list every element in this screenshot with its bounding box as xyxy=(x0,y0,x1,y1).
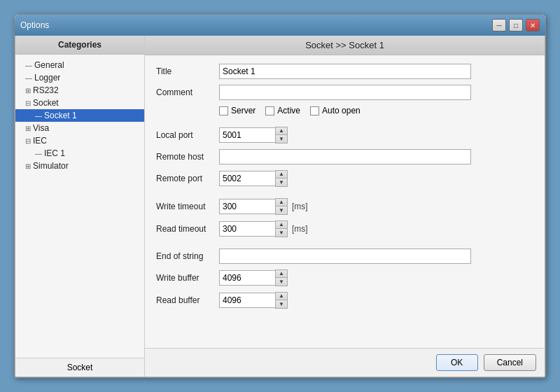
local-port-down-btn[interactable]: ▼ xyxy=(276,135,287,143)
server-checkbox-label: Server xyxy=(231,106,255,115)
bottom-bar: OK Cancel xyxy=(145,348,545,377)
titlebar: Options ─ □ ✕ xyxy=(15,15,545,36)
options-window: Options ─ □ ✕ Categories — General — Log… xyxy=(14,14,546,378)
sidebar-header: Categories xyxy=(15,36,144,55)
sidebar-item-label-visa: Visa xyxy=(33,123,49,133)
sidebar-item-label-socket1: Socket 1 xyxy=(44,111,77,120)
title-input[interactable] xyxy=(219,64,471,79)
auto-open-checkbox-item[interactable]: Auto open xyxy=(310,106,360,115)
sidebar-footer: Socket xyxy=(15,358,144,377)
remote-port-spinbox: ▲ ▼ xyxy=(219,170,288,187)
title-row: Title xyxy=(156,64,533,79)
remote-port-label: Remote port xyxy=(156,174,219,183)
write-timeout-row: Write timeout ▲ ▼ [ms] xyxy=(156,198,533,215)
socket1-spacer-icon: — xyxy=(35,112,42,120)
remote-port-down-btn[interactable]: ▼ xyxy=(276,178,287,186)
sidebar-item-label-rs232: RS232 xyxy=(33,85,59,95)
sidebar-item-label-general: General xyxy=(34,60,64,70)
sidebar-item-label-simulator: Simulator xyxy=(33,161,69,171)
read-timeout-down-btn[interactable]: ▼ xyxy=(276,229,287,237)
remote-host-input[interactable] xyxy=(219,149,471,164)
active-checkbox-box[interactable] xyxy=(265,106,274,115)
sidebar-item-general[interactable]: — General xyxy=(15,59,144,71)
active-checkbox-label: Active xyxy=(277,106,300,115)
write-buffer-input[interactable] xyxy=(219,270,275,286)
end-of-string-input[interactable] xyxy=(219,248,471,264)
sidebar-item-socket1[interactable]: — Socket 1 xyxy=(15,109,144,122)
main-header: Socket >> Socket 1 xyxy=(145,36,545,55)
local-port-up-btn[interactable]: ▲ xyxy=(276,127,287,135)
socket-expand-icon: ⊟ xyxy=(25,99,31,107)
read-timeout-input[interactable] xyxy=(219,221,275,237)
write-timeout-unit: [ms] xyxy=(292,202,308,211)
sidebar-item-socket[interactable]: ⊟ Socket xyxy=(15,97,144,109)
close-button[interactable]: ✕ xyxy=(526,19,540,31)
iec-expand-icon: ⊟ xyxy=(25,137,31,145)
ok-button[interactable]: OK xyxy=(436,354,478,371)
sidebar-item-iec[interactable]: ⊟ IEC xyxy=(15,134,144,147)
sidebar-item-label-logger: Logger xyxy=(34,73,60,83)
write-timeout-spinner: ▲ ▼ xyxy=(275,198,288,215)
comment-input[interactable] xyxy=(219,85,471,100)
iec1-spacer-icon: — xyxy=(35,150,42,158)
read-buffer-spinbox: ▲ ▼ xyxy=(219,292,288,309)
write-timeout-down-btn[interactable]: ▼ xyxy=(276,206,287,214)
read-timeout-row: Read timeout ▲ ▼ [ms] xyxy=(156,220,533,237)
titlebar-buttons: ─ □ ✕ xyxy=(492,19,540,31)
logger-spacer-icon: — xyxy=(25,74,32,82)
comment-row: Comment xyxy=(156,85,533,100)
simulator-expand-icon: ⊞ xyxy=(25,162,31,170)
remote-port-spinner: ▲ ▼ xyxy=(275,170,288,187)
local-port-input[interactable] xyxy=(219,127,275,143)
end-of-string-row: End of string xyxy=(156,248,533,264)
window-body: Categories — General — Logger ⊞ RS232 ⊟ … xyxy=(15,36,545,377)
sidebar: Categories — General — Logger ⊞ RS232 ⊟ … xyxy=(15,36,145,377)
auto-open-checkbox-box[interactable] xyxy=(310,106,319,115)
main-panel: Socket >> Socket 1 Title Comment Server xyxy=(145,36,545,377)
read-timeout-unit: [ms] xyxy=(292,224,308,234)
read-buffer-down-btn[interactable]: ▼ xyxy=(276,300,287,308)
checkbox-row: Server Active Auto open xyxy=(219,106,533,115)
write-timeout-spinbox: ▲ ▼ xyxy=(219,198,288,215)
sidebar-item-simulator[interactable]: ⊞ Simulator xyxy=(15,160,144,172)
sidebar-item-iec1[interactable]: — IEC 1 xyxy=(15,147,144,160)
write-buffer-spinbox: ▲ ▼ xyxy=(219,270,288,286)
sidebar-item-label-socket: Socket xyxy=(33,98,59,108)
sidebar-item-label-iec: IEC xyxy=(33,136,47,146)
form-area: Title Comment Server Active xyxy=(145,55,545,348)
read-buffer-row: Read buffer ▲ ▼ xyxy=(156,292,533,309)
server-checkbox-item[interactable]: Server xyxy=(219,106,255,115)
maximize-button[interactable]: □ xyxy=(509,19,523,31)
server-checkbox-box[interactable] xyxy=(219,106,228,115)
local-port-row: Local port ▲ ▼ xyxy=(156,127,533,144)
sidebar-tree: — General — Logger ⊞ RS232 ⊟ Socket — xyxy=(15,55,144,358)
write-buffer-row: Write buffer ▲ ▼ xyxy=(156,270,533,286)
rs232-expand-icon: ⊞ xyxy=(25,87,31,94)
title-label: Title xyxy=(156,66,219,76)
write-buffer-up-btn[interactable]: ▲ xyxy=(276,270,287,278)
remote-port-input[interactable] xyxy=(219,171,275,186)
write-timeout-input[interactable] xyxy=(219,199,275,214)
cancel-button[interactable]: Cancel xyxy=(484,354,536,371)
write-timeout-label: Write timeout xyxy=(156,202,219,211)
read-buffer-input[interactable] xyxy=(219,293,275,308)
write-buffer-down-btn[interactable]: ▼ xyxy=(276,278,287,286)
auto-open-checkbox-label: Auto open xyxy=(322,106,360,115)
sidebar-item-logger[interactable]: — Logger xyxy=(15,71,144,84)
write-timeout-up-btn[interactable]: ▲ xyxy=(276,199,287,206)
general-spacer-icon: — xyxy=(25,62,32,69)
read-buffer-up-btn[interactable]: ▲ xyxy=(276,293,287,300)
read-buffer-label: Read buffer xyxy=(156,295,219,305)
minimize-button[interactable]: ─ xyxy=(492,19,506,31)
sidebar-item-rs232[interactable]: ⊞ RS232 xyxy=(15,84,144,97)
remote-port-up-btn[interactable]: ▲ xyxy=(276,171,287,178)
active-checkbox-item[interactable]: Active xyxy=(265,106,300,115)
sidebar-item-visa[interactable]: ⊞ Visa xyxy=(15,122,144,134)
local-port-spinbox: ▲ ▼ xyxy=(219,127,288,144)
write-buffer-spinner: ▲ ▼ xyxy=(275,270,288,286)
write-buffer-label: Write buffer xyxy=(156,273,219,283)
read-timeout-up-btn[interactable]: ▲ xyxy=(276,221,287,229)
sidebar-item-label-iec1: IEC 1 xyxy=(44,148,65,158)
comment-label: Comment xyxy=(156,88,219,97)
local-port-spinner: ▲ ▼ xyxy=(275,127,288,144)
